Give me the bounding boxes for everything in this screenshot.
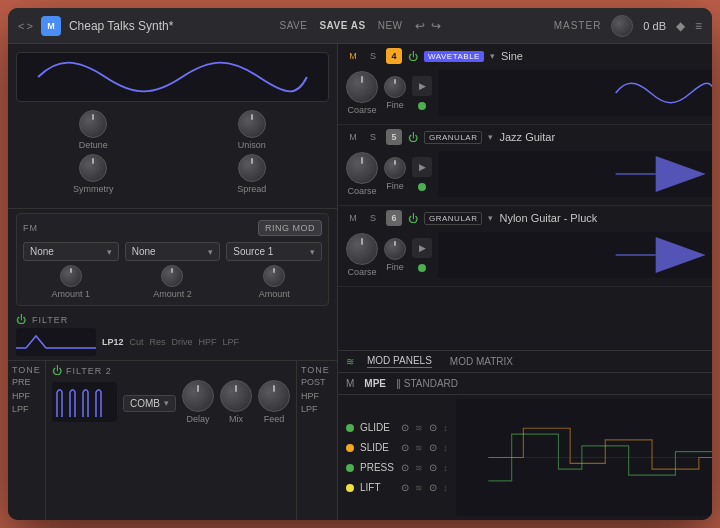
tone-pre-hpf[interactable]: HPF bbox=[12, 391, 41, 401]
mod-graph bbox=[456, 399, 713, 516]
press-icon1[interactable]: ⊙ bbox=[401, 462, 409, 473]
track-5-play[interactable]: ▶ bbox=[412, 157, 432, 177]
track-5-mute[interactable]: M bbox=[346, 132, 360, 142]
filter1-types: LP12 Cut Res Drive HPF LPF bbox=[102, 337, 239, 347]
amount-knob[interactable] bbox=[263, 265, 285, 287]
fm-dropdown-2[interactable]: None ▾ bbox=[125, 242, 221, 261]
tone-post-label: TONE bbox=[301, 365, 333, 375]
press-icon2[interactable]: ⊙ bbox=[429, 462, 437, 473]
track-6-solo[interactable]: S bbox=[366, 213, 380, 223]
mod-row-press: PRESS ⊙ ≋ ⊙ ↕ bbox=[346, 460, 448, 475]
track-4-power[interactable]: ⏻ bbox=[408, 51, 418, 62]
slide-icon2[interactable]: ⊙ bbox=[429, 442, 437, 453]
feed-knob[interactable] bbox=[258, 380, 290, 412]
ring-mod-button[interactable]: RING MOD bbox=[258, 220, 322, 236]
track-5-fine-knob[interactable] bbox=[384, 157, 406, 179]
save-button[interactable]: SAVE bbox=[279, 20, 307, 31]
spread-knob[interactable] bbox=[238, 154, 266, 182]
track-5-coarse-knob[interactable] bbox=[346, 152, 378, 184]
left-panel: Detune Unison Symmetry Spread bbox=[8, 44, 338, 520]
track-4-type[interactable]: WAVETABLE bbox=[424, 51, 484, 62]
track-6-type[interactable]: GRANULAR bbox=[424, 212, 482, 225]
glide-icon2[interactable]: ⊙ bbox=[429, 422, 437, 433]
lift-icon1[interactable]: ⊙ bbox=[401, 482, 409, 493]
amount1-knob[interactable] bbox=[60, 265, 82, 287]
amount2-knob[interactable] bbox=[161, 265, 183, 287]
slide-icon1[interactable]: ⊙ bbox=[401, 442, 409, 453]
delay-group: Delay bbox=[182, 380, 214, 424]
track-4-name: Sine bbox=[501, 50, 712, 62]
delay-knob[interactable] bbox=[182, 380, 214, 412]
new-button[interactable]: NEW bbox=[378, 20, 403, 31]
fm-dropdown-3[interactable]: Source 1 ▾ bbox=[226, 242, 322, 261]
mod-row-slide: SLIDE ⊙ ≋ ⊙ ↕ bbox=[346, 440, 448, 455]
track-5-type[interactable]: GRANULAR bbox=[424, 131, 482, 144]
save-as-button[interactable]: SAVE AS bbox=[319, 20, 365, 31]
mod-content: GLIDE ⊙ ≋ ⊙ ↕ SLIDE ⊙ ≋ ⊙ bbox=[338, 395, 712, 520]
press-label: PRESS bbox=[360, 462, 395, 473]
fm-dropdown-1[interactable]: None ▾ bbox=[23, 242, 119, 261]
master-volume-knob[interactable] bbox=[611, 15, 633, 37]
tone-pre-text: PRE bbox=[12, 377, 41, 387]
nav-arrows[interactable]: <> bbox=[18, 20, 33, 32]
track-6-power[interactable]: ⏻ bbox=[408, 213, 418, 224]
redo-button[interactable]: ↪ bbox=[431, 19, 441, 33]
mod-matrix-tab[interactable]: MOD MATRIX bbox=[450, 356, 513, 367]
filter1-type-lp12[interactable]: LP12 bbox=[102, 337, 124, 347]
track-4-type-chevron[interactable]: ▾ bbox=[490, 51, 495, 61]
track-6-coarse-group: Coarse bbox=[346, 233, 378, 277]
undo-button[interactable]: ↩ bbox=[415, 19, 425, 33]
tone-post-hpf[interactable]: HPF bbox=[301, 391, 333, 401]
filter1-power-icon[interactable]: ⏻ bbox=[16, 314, 26, 325]
track-6: M S 6 ⏻ GRANULAR ▾ Nylon Guitar - Pluck … bbox=[338, 206, 712, 287]
filter1-hpf[interactable]: HPF bbox=[199, 337, 217, 347]
mod-panels-tab[interactable]: MOD PANELS bbox=[367, 355, 432, 368]
track-6-fine-knob[interactable] bbox=[384, 238, 406, 260]
track-4-mute[interactable]: M bbox=[346, 51, 360, 61]
track-5-coarse-group: Coarse bbox=[346, 152, 378, 196]
press-sep2: ↕ bbox=[443, 463, 448, 473]
track-6-coarse-knob[interactable] bbox=[346, 233, 378, 265]
filter2-power-icon[interactable]: ⏻ bbox=[52, 365, 62, 376]
amount1-group: Amount 1 bbox=[23, 265, 119, 299]
slide-sep1: ≋ bbox=[415, 443, 423, 453]
track-4-fine-knob[interactable] bbox=[384, 76, 406, 98]
mod-tabs: ≋ MOD PANELS MOD MATRIX bbox=[338, 351, 712, 373]
filter1-drive: Drive bbox=[172, 337, 193, 347]
lift-icon2[interactable]: ⊙ bbox=[429, 482, 437, 493]
mix-knob[interactable] bbox=[220, 380, 252, 412]
track-4-play[interactable]: ▶ bbox=[412, 76, 432, 96]
svg-marker-2 bbox=[656, 237, 706, 273]
tone-post-text: POST bbox=[301, 377, 333, 387]
tone-pre-section: TONE PRE HPF LPF bbox=[8, 361, 46, 520]
fm-dropdowns: None ▾ None ▾ Source 1 ▾ bbox=[23, 242, 322, 261]
mod-waveform-icon: ≋ bbox=[346, 356, 354, 367]
tone-pre-lpf[interactable]: LPF bbox=[12, 404, 41, 414]
detune-knob[interactable] bbox=[79, 110, 107, 138]
track-4-fine-group: Fine bbox=[384, 76, 406, 110]
track-5-power[interactable]: ⏻ bbox=[408, 132, 418, 143]
right-content: M S 4 ⏻ WAVETABLE ▾ Sine < > Coarse bbox=[338, 44, 712, 520]
tone-post-lpf[interactable]: LPF bbox=[301, 404, 333, 414]
track-4-solo[interactable]: S bbox=[366, 51, 380, 61]
track-6-detail: Coarse Fine ▶ bbox=[338, 228, 712, 286]
track-5-solo[interactable]: S bbox=[366, 132, 380, 142]
mod-standard-tab[interactable]: ‖ STANDARD bbox=[396, 378, 458, 389]
track-6-play[interactable]: ▶ bbox=[412, 238, 432, 258]
filter2-label: FILTER 2 bbox=[66, 366, 112, 376]
symmetry-knob[interactable] bbox=[79, 154, 107, 182]
detune-group: Detune bbox=[16, 110, 171, 150]
unison-knob[interactable] bbox=[238, 110, 266, 138]
mod-mpe-tab[interactable]: MPE bbox=[364, 378, 386, 389]
fm-header: FM RING MOD bbox=[23, 220, 322, 236]
filter1-lpf[interactable]: LPF bbox=[223, 337, 240, 347]
menu-icon[interactable]: ≡ bbox=[695, 19, 702, 33]
glide-icon1[interactable]: ⊙ bbox=[401, 422, 409, 433]
track-5-type-chevron[interactable]: ▾ bbox=[488, 132, 493, 142]
filter2-type-dropdown[interactable]: COMB ▾ bbox=[123, 395, 176, 412]
track-6-type-chevron[interactable]: ▾ bbox=[488, 213, 493, 223]
track-4-coarse-knob[interactable] bbox=[346, 71, 378, 103]
track-6-mute[interactable]: M bbox=[346, 213, 360, 223]
track-6-dot bbox=[418, 264, 426, 272]
master-label: MASTER bbox=[554, 20, 602, 31]
